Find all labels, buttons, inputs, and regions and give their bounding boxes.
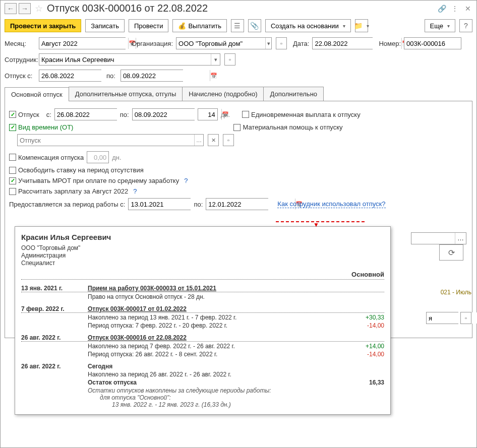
event-value: +14,00 bbox=[349, 343, 384, 350]
vac-to-input[interactable]: 📅 bbox=[121, 70, 183, 82]
window-title: Отпуск 003К-000016 от 22.08.2022 bbox=[47, 3, 435, 14]
compensation-checkbox[interactable]: Компенсация отпуска bbox=[9, 154, 84, 161]
link-icon[interactable]: 🔗 bbox=[437, 5, 446, 13]
date-input[interactable]: 📅 bbox=[312, 37, 373, 49]
refresh-button[interactable]: ⟳ bbox=[439, 244, 463, 261]
ellipsis-icon[interactable]: … bbox=[455, 233, 466, 244]
popup-today-block: 26 авг. 2022 г.Сегодня Накоплено за пери… bbox=[21, 363, 384, 408]
org-label: Организация: bbox=[132, 40, 173, 47]
month-input[interactable]: 📅 ÷ bbox=[39, 37, 126, 49]
org-open-button[interactable]: ▫ bbox=[276, 37, 287, 49]
vac-from-input[interactable]: 📅 bbox=[39, 70, 101, 82]
org-input[interactable]: ▾ bbox=[176, 37, 272, 49]
calc-salary-row: Рассчитать зарплату за Август 2022 ? bbox=[9, 187, 468, 195]
help-icon[interactable]: ? bbox=[133, 187, 137, 195]
main-from-input[interactable]: 📅 bbox=[54, 108, 117, 120]
open-button[interactable]: ▫ bbox=[223, 134, 234, 146]
popup-event: 26 авг. 2022 г.Отпуск 003К-000016 от 22.… bbox=[21, 334, 384, 358]
time-type-input-row: … ✕ ▫ bbox=[17, 134, 468, 146]
calendar-icon[interactable]: 📅 bbox=[210, 70, 217, 81]
lump-sum-checkbox[interactable]: Единовременная выплата к отпуску bbox=[242, 111, 361, 118]
event-date: 7 февр. 2022 г. bbox=[21, 305, 88, 312]
annotation-line bbox=[276, 221, 365, 222]
mrot-checkbox[interactable]: Учитывать МРОТ при оплате по среднему за… bbox=[9, 177, 179, 184]
vac-from-label: Отпуск с: bbox=[5, 72, 36, 80]
tab-calculations[interactable]: Начислено (подробно) bbox=[182, 87, 264, 101]
release-row: Освободить ставку на период отсутствия bbox=[9, 166, 468, 174]
event-value: +30,33 bbox=[349, 314, 384, 321]
vacation-checkbox[interactable]: Отпуск bbox=[9, 111, 39, 118]
post-button[interactable]: Провести bbox=[129, 19, 169, 32]
mrot-row: Учитывать МРОТ при оплате по среднему за… bbox=[9, 177, 468, 184]
background-ellipsis-input[interactable]: … bbox=[411, 232, 466, 244]
help-button[interactable]: ? bbox=[459, 19, 472, 32]
chevron-down-icon[interactable]: ▾ bbox=[211, 54, 220, 65]
employee-label: Сотрудник: bbox=[5, 56, 36, 63]
tabs: Основной отпуск Дополнительные отпуска, … bbox=[5, 87, 472, 101]
chevron-down-icon[interactable]: ▾ bbox=[265, 38, 271, 49]
usage-link[interactable]: Как сотрудник использовал отпуск? bbox=[277, 200, 385, 208]
popup-position: Специалист bbox=[21, 260, 384, 267]
event-value: -14,00 bbox=[349, 322, 384, 329]
vacation-usage-popup: Красин Илья Сергеевич ООО "Торговый дом"… bbox=[15, 226, 391, 415]
event-desc: Право на отпуск Основной отпуск - 28 дн. bbox=[88, 293, 349, 300]
time-type-input[interactable]: … bbox=[17, 134, 204, 146]
more-menu-icon[interactable]: ⋮ bbox=[450, 5, 459, 13]
days-input[interactable] bbox=[198, 108, 218, 120]
create-based-button[interactable]: Создать на основании▾ bbox=[265, 19, 351, 32]
open-button[interactable]: ▫ bbox=[460, 312, 471, 324]
time-type-checkbox[interactable]: Вид времени (ОТ) bbox=[9, 123, 73, 131]
tab-extra[interactable]: Дополнительно bbox=[263, 87, 324, 101]
event-title[interactable]: Отпуск 003К-000017 от 01.02.2022 bbox=[88, 305, 384, 312]
event-title[interactable]: Прием на работу 003К-000033 от 15.01.202… bbox=[88, 285, 384, 292]
popup-event: 7 февр. 2022 г.Отпуск 003К-000017 от 01.… bbox=[21, 305, 384, 329]
event-value: -14,00 bbox=[349, 351, 384, 358]
period-to-input[interactable]: 📅 bbox=[206, 198, 268, 210]
event-value bbox=[349, 293, 384, 300]
form-row-vacation-dates: Отпуск с: 📅 по: 📅 bbox=[1, 68, 476, 84]
event-date: 26 авг. 2022 г. bbox=[21, 334, 88, 341]
mat-help-checkbox[interactable]: Материальная помощь к отпуску bbox=[233, 123, 342, 131]
clear-button[interactable]: ✕ bbox=[208, 134, 219, 146]
list-icon-button[interactable]: ☰ bbox=[231, 19, 244, 32]
nav-back-button[interactable]: ← bbox=[5, 3, 17, 14]
event-desc: Накоплено за период 13 янв. 2021 г. - 7 … bbox=[88, 314, 349, 321]
nav-forward-button[interactable]: → bbox=[19, 3, 31, 14]
tab-additional[interactable]: Дополнительные отпуска, отгулы bbox=[69, 87, 183, 101]
popup-employee-name: Красин Илья Сергеевич bbox=[21, 233, 384, 241]
popup-column-header: Основной bbox=[21, 271, 384, 280]
pay-button[interactable]: 💰Выплатить bbox=[172, 19, 227, 32]
release-checkbox[interactable]: Освободить ставку на период отсутствия bbox=[9, 166, 144, 174]
event-title[interactable]: Отпуск 003К-000016 от 22.08.2022 bbox=[88, 334, 384, 341]
event-date: 13 янв. 2021 г. bbox=[21, 285, 88, 292]
number-input[interactable] bbox=[404, 37, 461, 49]
background-period-text: 021 - Июль bbox=[441, 289, 471, 296]
favorite-icon[interactable]: ☆ bbox=[35, 3, 43, 14]
event-desc: Период отпуска: 26 авг. 2022 г. - 8 сент… bbox=[88, 351, 349, 358]
ellipsis-icon[interactable]: … bbox=[194, 135, 203, 146]
titlebar: ← → ☆ Отпуск 003К-000016 от 22.08.2022 🔗… bbox=[1, 1, 476, 16]
main-to-input[interactable]: 📅 bbox=[132, 108, 195, 120]
tab-main[interactable]: Основной отпуск bbox=[5, 87, 69, 101]
background-dropdown[interactable]: ▾ ▫ bbox=[426, 312, 471, 324]
popup-org: ООО "Торговый дом" bbox=[21, 244, 384, 251]
compensation-row: Компенсация отпуска дн. bbox=[9, 151, 468, 163]
employee-input[interactable]: ▾ bbox=[39, 53, 220, 66]
date-label: Дата: bbox=[293, 40, 309, 47]
annotation-arrow-icon: ▼ bbox=[313, 221, 319, 228]
document-window: ← → ☆ Отпуск 003К-000016 от 22.08.2022 🔗… bbox=[0, 0, 477, 448]
month-label: Месяц: bbox=[5, 40, 36, 47]
compensation-input[interactable] bbox=[87, 151, 109, 163]
help-icon[interactable]: ? bbox=[184, 177, 188, 184]
time-type-row: Вид времени (ОТ) Материальная помощь к о… bbox=[9, 123, 468, 131]
toolbar: Провести и закрыть Записать Провести 💰Вы… bbox=[1, 16, 476, 35]
attach-button[interactable]: 📎 bbox=[248, 19, 261, 32]
calc-salary-checkbox[interactable]: Рассчитать зарплату за Август 2022 bbox=[9, 187, 128, 195]
post-close-button[interactable]: Провести и закрыть bbox=[5, 19, 81, 32]
save-button[interactable]: Записать bbox=[85, 19, 125, 32]
close-icon[interactable]: ✕ bbox=[463, 5, 472, 13]
more-button[interactable]: Еще▾ bbox=[425, 19, 455, 32]
employee-open-button[interactable]: ▫ bbox=[224, 53, 235, 66]
period-from-input[interactable]: 📅 bbox=[128, 198, 191, 210]
folder-button[interactable]: 📁▾ bbox=[355, 19, 368, 32]
